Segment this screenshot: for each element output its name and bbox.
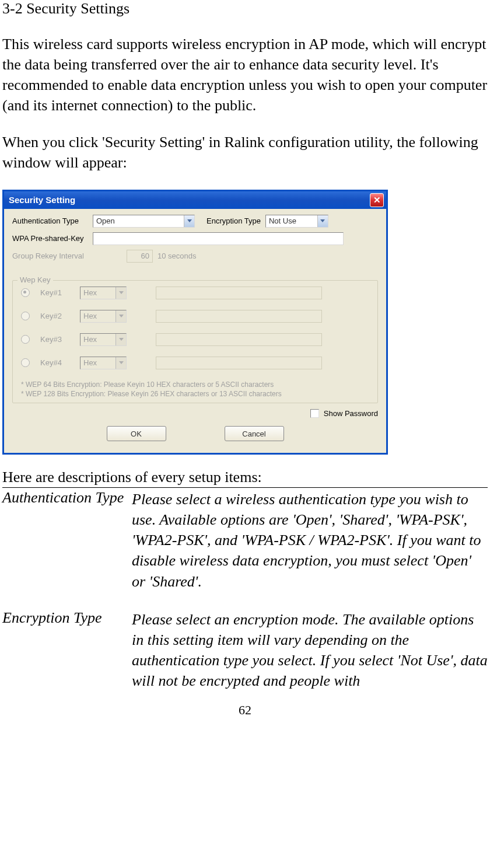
- chevron-down-icon: [317, 215, 328, 227]
- enc-type-value: Not Use: [266, 216, 317, 225]
- desc-intro: Here are descriptions of every setup ite…: [2, 469, 488, 486]
- wep-key2-format-dropdown: Hex: [80, 310, 127, 323]
- wep-key1-label: Key#1: [40, 288, 74, 297]
- desc-term-auth: Authentication Type: [2, 489, 132, 591]
- wep-key2-format-value: Hex: [80, 312, 116, 320]
- wep-key1-format-value: Hex: [80, 288, 116, 297]
- wep-key4-radio: [21, 358, 30, 367]
- wep-key-legend: Wep Key: [18, 275, 53, 284]
- wep-key4-input: [156, 357, 322, 369]
- wep-key-group: Wep Key Key#1 Hex Key#2 Hex: [12, 280, 378, 404]
- show-password-checkbox[interactable]: [310, 409, 319, 418]
- wep-key3-radio: [21, 335, 30, 344]
- desc-def-enc: Please select an encryption mode. The av…: [132, 609, 488, 691]
- desc-def-auth: Please select a wireless authentication …: [132, 489, 488, 591]
- close-icon[interactable]: ✕: [370, 193, 384, 207]
- wep-key3-label: Key#3: [40, 335, 74, 344]
- wep-key3-input: [156, 333, 322, 346]
- chevron-down-icon: [116, 334, 126, 345]
- auth-type-dropdown[interactable]: Open: [93, 215, 195, 228]
- chevron-down-icon: [116, 310, 126, 322]
- page-number: 62: [2, 703, 488, 718]
- wep-hint-1: * WEP 64 Bits Encryption: Please Keyin 1…: [21, 380, 369, 390]
- enc-type-label: Encryption Type: [206, 216, 261, 225]
- wep-key4-format-dropdown: Hex: [80, 357, 127, 369]
- desc-row-enc: Encryption Type Please select an encrypt…: [2, 608, 488, 691]
- chevron-down-icon: [116, 357, 126, 369]
- dialog-title: Security Setting: [9, 195, 75, 205]
- psk-label: WPA Pre-shared-Key: [12, 234, 88, 243]
- rekey-value-input: 60: [127, 250, 153, 263]
- auth-type-value: Open: [93, 216, 184, 225]
- auth-type-label: Authentication Type: [12, 216, 88, 225]
- wep-key3-format-dropdown: Hex: [80, 333, 127, 346]
- psk-input[interactable]: [93, 232, 344, 245]
- rekey-unit: 10 seconds: [158, 252, 197, 260]
- cancel-button[interactable]: Cancel: [225, 426, 284, 441]
- ok-button[interactable]: OK: [107, 426, 166, 441]
- wep-key2-input: [156, 310, 322, 323]
- wep-key-row-2: Key#2 Hex: [21, 310, 369, 323]
- enc-type-dropdown[interactable]: Not Use: [265, 215, 328, 228]
- intro-paragraph-2: When you click 'Security Setting' in Ral…: [2, 132, 488, 173]
- wep-key4-label: Key#4: [40, 358, 74, 367]
- wep-key1-radio: [21, 288, 30, 297]
- wep-key-row-1: Key#1 Hex: [21, 287, 369, 299]
- wep-key1-format-dropdown: Hex: [80, 287, 127, 299]
- chevron-down-icon: [116, 287, 126, 299]
- chevron-down-icon: [184, 215, 194, 227]
- wep-hint-2: * WEP 128 Bits Encryption: Please Keyin …: [21, 389, 369, 399]
- intro-paragraph-1: This wireless card supports wireless enc…: [2, 34, 488, 116]
- security-setting-dialog: Security Setting ✕ Authentication Type O…: [2, 190, 388, 455]
- wep-key2-radio: [21, 312, 30, 320]
- dialog-titlebar[interactable]: Security Setting ✕: [4, 191, 386, 209]
- wep-key-row-3: Key#3 Hex: [21, 333, 369, 346]
- show-password-label: Show Password: [324, 409, 378, 418]
- wep-key1-input: [156, 287, 322, 299]
- wep-key2-label: Key#2: [40, 312, 74, 320]
- wep-key4-format-value: Hex: [80, 358, 116, 367]
- rekey-label: Group Rekey Interval: [12, 252, 88, 260]
- desc-term-enc: Encryption Type: [2, 609, 132, 691]
- desc-table: Authentication Type Please select a wire…: [2, 487, 488, 691]
- desc-row-auth: Authentication Type Please select a wire…: [2, 488, 488, 591]
- section-heading: 3-2 Security Settings: [2, 0, 488, 18]
- wep-key3-format-value: Hex: [80, 335, 116, 344]
- wep-key-row-4: Key#4 Hex: [21, 357, 369, 369]
